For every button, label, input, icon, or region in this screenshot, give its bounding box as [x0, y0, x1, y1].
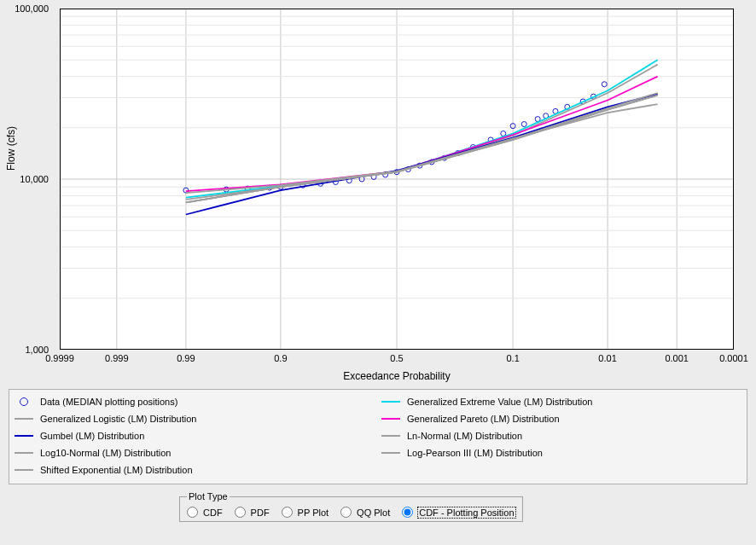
plot-type-option[interactable]: CDF - Plotting Position [402, 507, 515, 518]
chart-window: Flow (cfs) 1,00010,000100,000 0.99990.99… [0, 0, 756, 545]
chart-svg [60, 9, 734, 350]
radio-label: CDF - Plotting Position [418, 507, 515, 518]
x-tick-label: 0.5 [390, 353, 403, 363]
x-tick-label: 0.001 [665, 353, 689, 363]
legend-items: Data (MEDIAN plotting positions)Generali… [11, 393, 745, 480]
legend-label: Generalized Extreme Value (LM) Distribut… [407, 397, 592, 407]
legend-label: Data (MEDIAN plotting positions) [40, 397, 177, 407]
svg-point-49 [501, 131, 506, 136]
legend-label: Log-Pearson III (LM) Distribution [407, 448, 543, 458]
line-icon [15, 432, 33, 440]
legend-item[interactable]: Shifted Exponential (LM) Distribution [11, 461, 378, 478]
marker-icon [15, 397, 33, 406]
line-icon [15, 449, 33, 457]
x-tick-label: 0.9 [274, 353, 287, 363]
radio-input[interactable] [402, 507, 413, 518]
svg-point-58 [602, 82, 607, 87]
x-tick-label: 0.99 [177, 353, 195, 363]
legend-item[interactable]: Generalized Logistic (LM) Distribution [11, 410, 378, 427]
legend-item[interactable]: Generalized Pareto (LM) Distribution [378, 410, 745, 427]
legend-item[interactable]: Ln-Normal (LM) Distribution [378, 427, 745, 444]
plot-type-group: Plot Type CDFPDFPP PlotQQ PlotCDF - Plot… [179, 491, 523, 522]
plot-type-option[interactable]: CDF [187, 507, 223, 518]
plot-type-legend: Plot Type [187, 491, 230, 502]
legend-item[interactable]: Generalized Extreme Value (LM) Distribut… [378, 393, 745, 410]
x-axis-ticks: 0.99990.9990.990.90.50.10.010.0010.0001 [60, 353, 734, 368]
legend-label: Generalized Pareto (LM) Distribution [407, 414, 560, 424]
legend-label: Gumbel (LM) Distribution [40, 431, 144, 441]
line-icon [381, 397, 400, 406]
legend-item[interactable]: Data (MEDIAN plotting positions) [11, 393, 378, 410]
x-tick-label: 0.999 [105, 353, 129, 363]
x-tick-label: 0.9999 [45, 353, 74, 363]
radio-label: PDF [251, 507, 270, 518]
x-axis-label: Exceedance Probability [60, 370, 734, 382]
plot-type-option[interactable]: QQ Plot [340, 507, 390, 518]
y-axis-ticks: 1,00010,000100,000 [0, 9, 55, 350]
legend-label: Shifted Exponential (LM) Distribution [40, 465, 193, 475]
radio-label: PP Plot [298, 507, 329, 518]
y-tick-label: 100,000 [15, 3, 49, 14]
line-icon [381, 432, 400, 440]
x-tick-label: 0.01 [598, 353, 616, 363]
radio-input[interactable] [235, 507, 246, 518]
radio-label: CDF [203, 507, 223, 518]
radio-input[interactable] [187, 507, 198, 518]
legend-item[interactable]: Gumbel (LM) Distribution [11, 427, 378, 444]
line-icon [15, 466, 33, 474]
legend-label: Log10-Normal (LM) Distribution [40, 448, 171, 458]
radio-label: QQ Plot [357, 507, 390, 518]
line-icon [381, 449, 400, 457]
legend-item[interactable]: Log10-Normal (LM) Distribution [11, 444, 378, 461]
x-tick-label: 0.0001 [719, 353, 748, 363]
radio-input[interactable] [282, 507, 293, 518]
legend-item[interactable]: Log-Pearson III (LM) Distribution [378, 444, 745, 461]
radio-input[interactable] [340, 507, 352, 518]
svg-point-51 [521, 122, 526, 127]
plot-type-option[interactable]: PP Plot [282, 507, 329, 518]
legend-box: Data (MEDIAN plotting positions)Generali… [9, 389, 747, 484]
y-tick-label: 10,000 [20, 174, 49, 184]
line-icon [381, 415, 400, 423]
chart-area[interactable] [60, 9, 734, 350]
line-icon [15, 415, 33, 423]
legend-label: Generalized Logistic (LM) Distribution [40, 414, 196, 424]
legend-label: Ln-Normal (LM) Distribution [407, 431, 522, 441]
plot-type-option[interactable]: PDF [235, 507, 270, 518]
x-tick-label: 0.1 [506, 353, 519, 363]
